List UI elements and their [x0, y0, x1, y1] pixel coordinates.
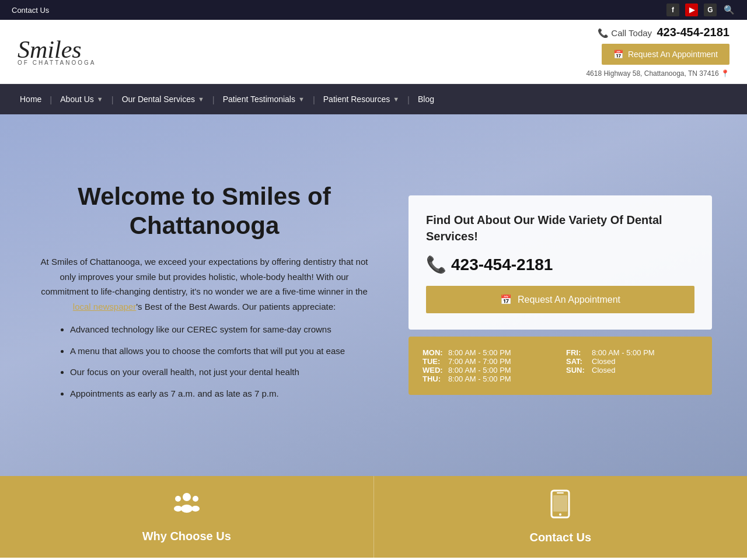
hours-time-mon: 8:00 AM - 5:00 PM	[448, 348, 511, 357]
hours-row-sat: SAT: Closed	[566, 357, 698, 366]
info-phone[interactable]: 📞 423-454-2181	[426, 255, 694, 274]
list-item: Advanced technology like our CEREC syste…	[70, 323, 350, 337]
mobile-icon	[549, 489, 571, 524]
intro2-text: 's Best of the Best Awards. Our patients…	[136, 302, 336, 312]
bottom-cards: Why Choose Us Contact Us	[0, 476, 747, 558]
nav-resources-label: Patient Resources	[323, 94, 390, 104]
social-icons: f ▶ G 🔍	[666, 4, 735, 16]
nav-home[interactable]: Home	[12, 84, 50, 114]
list-item: Our focus on your overall health, not ju…	[70, 366, 350, 379]
top-bar: Contact Us f ▶ G 🔍	[0, 0, 747, 20]
svg-point-3	[174, 506, 182, 512]
chevron-down-icon-3: ▼	[298, 96, 305, 103]
hours-row-sun: SUN: Closed	[566, 366, 698, 374]
hours-day-wed: WED:	[423, 366, 445, 374]
svg-point-5	[191, 506, 200, 512]
hero-intro-text: At Smiles of Chattanooga, we exceed your…	[35, 254, 374, 314]
svg-rect-7	[557, 492, 564, 494]
hours-time-sat: Closed	[592, 357, 615, 366]
phone-icon-card: 📞	[426, 255, 446, 274]
local-newspaper-link[interactable]: local newspaper	[73, 302, 136, 312]
contact-us-card[interactable]: Contact Us	[374, 476, 748, 558]
nav-testimonials[interactable]: Patient Testimonials ▼	[215, 84, 313, 114]
nav-dental-label: Our Dental Services	[122, 94, 195, 104]
hours-row-thu: THU: 8:00 AM - 5:00 PM	[423, 374, 554, 383]
appt-btn-label: Request An Appointment	[628, 50, 718, 59]
logo-main-text: Smiles	[18, 37, 96, 62]
hours-row-wed: WED: 8:00 AM - 5:00 PM	[423, 366, 554, 374]
hours-row-fri: FRI: 8:00 AM - 5:00 PM	[566, 348, 698, 357]
youtube-icon[interactable]: ▶	[685, 4, 698, 16]
header-phone[interactable]: 423-454-2181	[657, 26, 729, 38]
nav-patient-resources[interactable]: Patient Resources ▼	[315, 84, 407, 114]
svg-point-0	[183, 493, 191, 501]
why-choose-label: Why Choose Us	[142, 530, 231, 543]
phone-icon: 📞	[598, 28, 609, 38]
list-item: A menu that allows you to choose the com…	[70, 345, 350, 358]
svg-point-1	[181, 505, 193, 513]
hours-time-tue: 7:00 AM - 7:00 PM	[448, 357, 511, 366]
info-card-appt-button[interactable]: 📅 Request An Appointment	[426, 286, 694, 313]
chevron-down-icon-2: ▼	[198, 96, 204, 103]
hours-day-fri: FRI:	[566, 348, 588, 357]
contact-us-label: Contact Us	[529, 531, 591, 544]
why-choose-us-card[interactable]: Why Choose Us	[0, 476, 374, 558]
address-text: 4618 Highway 58, Chattanooga, TN 37416	[586, 69, 718, 78]
hours-card: MON: 8:00 AM - 5:00 PM TUE: 7:00 AM - 7:…	[409, 337, 712, 395]
hours-row-tue: TUE: 7:00 AM - 7:00 PM	[423, 357, 554, 366]
hero-left-panel: Welcome to Smiles of Chattanooga At Smil…	[35, 182, 374, 409]
svg-rect-9	[553, 495, 567, 512]
list-item: Appointments as early as 7 a.m. and as l…	[70, 387, 350, 401]
info-card-heading: Find Out About Our Wide Variety Of Denta…	[426, 212, 694, 244]
hero-right-panel: Find Out About Our Wide Variety Of Denta…	[409, 195, 712, 395]
header-right: 📞 Call Today 423-454-2181 📅 Request An A…	[586, 26, 729, 78]
hours-left: MON: 8:00 AM - 5:00 PM TUE: 7:00 AM - 7:…	[423, 348, 554, 383]
hours-right: FRI: 8:00 AM - 5:00 PM SAT: Closed SUN: …	[566, 348, 698, 383]
hours-grid: MON: 8:00 AM - 5:00 PM TUE: 7:00 AM - 7:…	[423, 348, 698, 383]
info-phone-number: 423-454-2181	[451, 256, 553, 274]
features-list: Advanced technology like our CEREC syste…	[58, 323, 350, 400]
hero-section: Welcome to Smiles of Chattanooga At Smil…	[0, 114, 747, 476]
info-card: Find Out About Our Wide Variety Of Denta…	[409, 195, 712, 330]
calendar-icon-card: 📅	[500, 294, 512, 305]
chevron-down-icon: ▼	[97, 96, 103, 103]
logo-sub-text: OF CHATTANOOGA	[18, 60, 96, 66]
svg-point-8	[559, 513, 561, 516]
nav-about[interactable]: About Us ▼	[52, 84, 111, 114]
svg-point-2	[175, 496, 181, 502]
calendar-icon: 📅	[613, 50, 623, 59]
main-nav: Home | About Us ▼ | Our Dental Services …	[0, 84, 747, 114]
hours-day-thu: THU:	[423, 374, 445, 383]
nav-testimonials-label: Patient Testimonials	[223, 94, 295, 104]
hero-heading: Welcome to Smiles of Chattanooga	[35, 182, 374, 241]
hours-day-mon: MON:	[423, 348, 445, 357]
info-appt-label: Request An Appointment	[518, 295, 620, 305]
call-label: Call Today	[611, 28, 652, 38]
contact-us-link[interactable]: Contact Us	[12, 6, 49, 15]
facebook-icon[interactable]: f	[666, 4, 679, 16]
nav-dental-services[interactable]: Our Dental Services ▼	[114, 84, 212, 114]
hours-time-sun: Closed	[592, 366, 615, 374]
header-appt-button[interactable]: 📅 Request An Appointment	[602, 44, 729, 65]
nav-about-label: About Us	[60, 94, 94, 104]
call-today: 📞 Call Today 423-454-2181	[598, 26, 729, 39]
pin-icon: 📍	[721, 69, 729, 78]
hours-time-wed: 8:00 AM - 5:00 PM	[448, 366, 511, 374]
google-icon[interactable]: G	[704, 4, 717, 16]
group-icon	[172, 491, 201, 523]
logo[interactable]: Smiles OF CHATTANOOGA	[18, 37, 96, 66]
hours-time-thu: 8:00 AM - 5:00 PM	[448, 374, 511, 383]
search-icon[interactable]: 🔍	[722, 4, 735, 16]
site-header: Smiles OF CHATTANOOGA 📞 Call Today 423-4…	[0, 20, 747, 84]
chevron-down-icon-4: ▼	[393, 96, 399, 103]
hours-time-fri: 8:00 AM - 5:00 PM	[592, 348, 655, 357]
svg-point-4	[193, 496, 198, 502]
intro-text: At Smiles of Chattanooga, we exceed your…	[41, 257, 368, 296]
hours-row-mon: MON: 8:00 AM - 5:00 PM	[423, 348, 554, 357]
address: 4618 Highway 58, Chattanooga, TN 37416 📍	[586, 69, 729, 78]
hours-day-sat: SAT:	[566, 357, 588, 366]
hours-day-sun: SUN:	[566, 366, 588, 374]
nav-blog[interactable]: Blog	[410, 84, 442, 114]
hours-day-tue: TUE:	[423, 357, 445, 366]
